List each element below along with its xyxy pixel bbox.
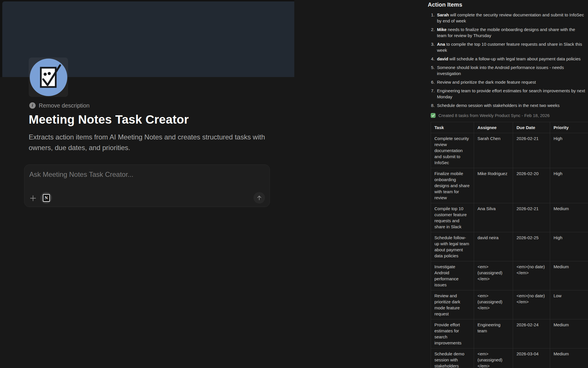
- status-line: Created 8 tasks from Weekly Product Sync…: [431, 113, 588, 118]
- action-item: Sarah will complete the security review …: [436, 12, 585, 24]
- cell-due-date: 2026-02-25: [513, 232, 550, 261]
- action-item: Engineering team to provide effort estim…: [436, 88, 585, 100]
- cell-due-date: 2026-02-20: [513, 168, 550, 203]
- cell-task: Complete security review documentation a…: [431, 133, 474, 168]
- remove-description-button[interactable]: i Remove description: [28, 101, 92, 110]
- cell-due-date: 2026-03-04: [513, 348, 550, 368]
- col-header-due-date: Due Date: [513, 122, 550, 133]
- action-items-list: Sarah will complete the security review …: [428, 12, 588, 108]
- cell-priority: Low: [550, 290, 588, 319]
- col-header-assignee: Assignee: [474, 122, 513, 133]
- table-row: Compile top 10 customer feature requests…: [431, 203, 588, 232]
- page-title[interactable]: Meeting Notes Task Creator: [29, 113, 189, 126]
- action-item-owner: david: [437, 56, 448, 61]
- tasks-table: Task Assignee Due Date Priority Complete…: [431, 122, 588, 368]
- cell-priority: High: [550, 133, 588, 168]
- table-row: Schedule follow-up with legal team about…: [431, 232, 588, 261]
- cell-due-date: 2026-02-21: [513, 203, 550, 232]
- page-description[interactable]: Extracts action items from AI Meeting No…: [29, 132, 267, 153]
- action-items-panel: Action Items Sarah will complete the sec…: [428, 0, 588, 368]
- composer-input[interactable]: Ask Meeting Notes Task Creator...: [29, 170, 265, 180]
- app-window: i Remove description Meeting Notes Task …: [0, 0, 588, 368]
- arrow-up-icon: [256, 195, 262, 201]
- cell-assignee: Engineering team: [474, 319, 513, 348]
- col-header-priority: Priority: [550, 122, 588, 133]
- action-item-owner: Mike: [437, 27, 446, 32]
- table-row: Provide effort estimates for search impr…: [431, 319, 588, 348]
- cell-task: Investigate Android performance issues: [431, 261, 474, 290]
- cell-due-date: <em>(no date)</em>: [513, 261, 550, 290]
- action-item: Review and prioritize the dark mode feat…: [436, 79, 585, 85]
- action-item-text: Engineering team to provide effort estim…: [437, 88, 585, 99]
- table-header-row: Task Assignee Due Date Priority: [431, 122, 588, 133]
- table-row: Complete security review documentation a…: [431, 133, 588, 168]
- cell-priority: Medium: [550, 203, 588, 232]
- action-item: Schedule demo session with stakeholders …: [436, 102, 585, 108]
- action-item-owner: Ana: [437, 42, 445, 47]
- attach-button[interactable]: [28, 193, 38, 203]
- table-row: Investigate Android performance issues <…: [431, 261, 588, 290]
- action-item-text: Someone should look into the Android per…: [437, 65, 564, 76]
- action-item-text: Review and prioritize the dark mode feat…: [437, 80, 536, 85]
- cell-priority: High: [550, 232, 588, 261]
- action-item-text: will complete the security review docume…: [437, 12, 584, 23]
- action-item-text: needs to finalize the mobile onboarding …: [437, 27, 575, 38]
- panel-heading: Action Items: [428, 1, 588, 8]
- col-header-task: Task: [431, 122, 474, 133]
- table-row: Finalize mobile onboarding designs and s…: [431, 168, 588, 203]
- page-icon-button[interactable]: [29, 57, 68, 97]
- cell-due-date: 2026-02-21: [513, 133, 550, 168]
- action-item-owner: Sarah: [437, 12, 449, 17]
- notion-source-button[interactable]: N: [40, 192, 52, 204]
- cell-priority: Medium: [550, 348, 588, 368]
- table-row: Schedule demo session with stakeholders …: [431, 348, 588, 368]
- cell-assignee: <em>(unassigned)</em>: [474, 290, 513, 319]
- tasks-table-container: Task Assignee Due Date Priority Complete…: [431, 122, 588, 368]
- cell-task: Compile top 10 customer feature requests…: [431, 203, 474, 232]
- action-item-text: will schedule a follow-up with legal tea…: [448, 56, 581, 61]
- send-button[interactable]: [254, 192, 265, 204]
- remove-description-label: Remove description: [39, 102, 90, 109]
- cell-task: Finalize mobile onboarding designs and s…: [431, 168, 474, 203]
- cell-due-date: <em>(no date)</em>: [513, 290, 550, 319]
- action-item-text: Schedule demo session with stakeholders …: [437, 103, 560, 108]
- cell-assignee: <em>(unassigned)</em>: [474, 348, 513, 368]
- cell-priority: High: [550, 168, 588, 203]
- composer-card: Ask Meeting Notes Task Creator... N: [24, 164, 270, 207]
- cell-task: Schedule follow-up with legal team about…: [431, 232, 474, 261]
- cell-task: Review and prioritize dark mode feature …: [431, 290, 474, 319]
- cell-assignee: david neira: [474, 232, 513, 261]
- action-item: Someone should look into the Android per…: [436, 64, 585, 76]
- cell-priority: Medium: [550, 261, 588, 290]
- action-item: Ana to compile the top 10 customer featu…: [436, 41, 585, 53]
- status-text: Created 8 tasks from Weekly Product Sync…: [438, 113, 550, 118]
- cell-due-date: 2026-02-24: [513, 319, 550, 348]
- info-icon: i: [29, 102, 36, 109]
- action-item: david will schedule a follow-up with leg…: [436, 56, 585, 62]
- checklist-note-icon: [29, 58, 68, 97]
- cell-task: Schedule demo session with stakeholders: [431, 348, 474, 368]
- cell-assignee: Sarah Chen: [474, 133, 513, 168]
- action-item: Mike needs to finalize the mobile onboar…: [436, 26, 585, 39]
- table-row: Review and prioritize dark mode feature …: [431, 290, 588, 319]
- cell-assignee: Ana Silva: [474, 203, 513, 232]
- cell-priority: Medium: [550, 319, 588, 348]
- action-item-text: to compile the top 10 customer feature r…: [437, 42, 582, 53]
- notion-logo-icon: N: [43, 194, 50, 202]
- green-check-icon: [431, 113, 436, 118]
- plus-icon: [30, 194, 36, 202]
- cell-assignee: Mike Rodriguez: [474, 168, 513, 203]
- cell-assignee: <em>(unassigned)</em>: [474, 261, 513, 290]
- cell-task: Provide effort estimates for search impr…: [431, 319, 474, 348]
